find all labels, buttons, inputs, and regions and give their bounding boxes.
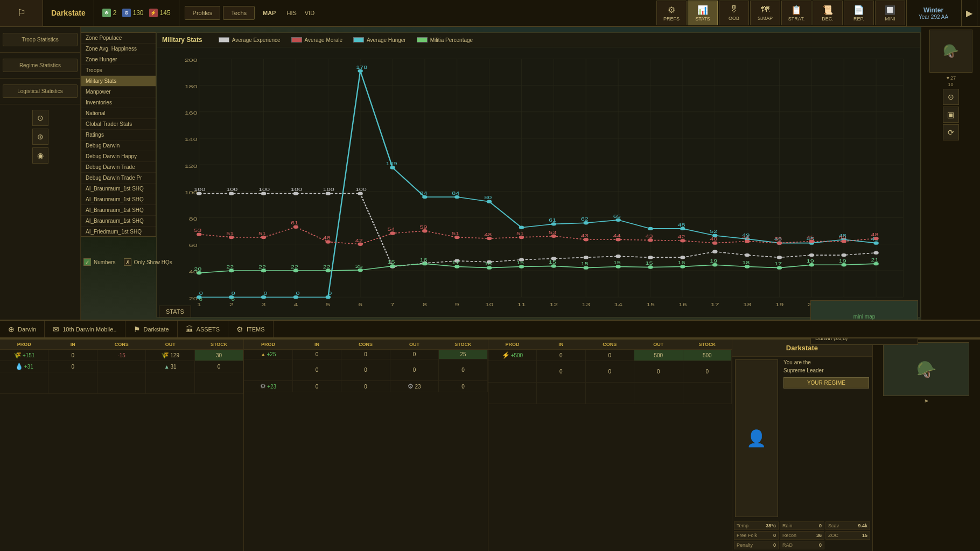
stats-icon: 📊 [697,5,708,15]
svg-text:62: 62 [581,216,589,222]
sidebar-action-1[interactable]: ⊙ [32,110,48,126]
svg-point-131 [777,256,782,259]
menu-global-trader[interactable]: Global Trader Stats [81,119,156,130]
strat-button[interactable]: 📋 STRAT. [781,1,811,25]
svg-point-93 [680,227,685,230]
stat-folk: Free Folk 0 [734,531,779,540]
menu-debug-darwin-happy[interactable]: Debug Darwin Happy [81,151,156,162]
status-assets[interactable]: 🏛 ASSETS [178,321,228,337]
status-items[interactable]: ⚙ ITEMS [228,321,274,337]
svg-point-77 [390,166,395,169]
svg-text:0: 0 [328,291,332,296]
vid-nav[interactable]: VID [305,10,314,16]
svg-text:16: 16 [419,257,427,263]
unit-thumbnail-icon: 🪖 [916,360,936,379]
menu-manpower[interactable]: Manpower [81,87,156,97]
sidebar-action-3[interactable]: ◉ [32,147,48,164]
svg-point-88 [584,221,589,224]
right-btn-2[interactable]: ▣ [943,107,959,123]
regime-statistics-btn[interactable]: Regime Statistics [3,59,78,72]
svg-point-85 [519,226,524,229]
wheat-icon: 🌾 [13,351,22,359]
items-label: ITEMS [247,326,265,333]
status-darwin-mobile[interactable]: ✉ 10th Darwin Mobile.. [45,321,125,337]
his-nav[interactable]: HIS [286,10,296,16]
only-hqs-option[interactable]: ✗ Only Show HQs [124,258,172,266]
right-btn-3[interactable]: ⟳ [943,124,959,140]
troop-statistics-btn[interactable]: Troop Statistics [3,33,78,46]
svg-text:11: 11 [517,302,526,308]
regime-button[interactable]: YOUR REGIME [783,377,869,388]
smap-button[interactable]: 🗺 S.MAP [750,1,780,25]
svg-text:100: 100 [323,187,334,192]
svg-point-171 [777,241,782,244]
dec-button[interactable]: 📜 DEC. [813,1,843,25]
oob-button[interactable]: 🎖 OOB [719,1,749,25]
status-darwin[interactable]: ⊕ Darwin [0,321,45,337]
svg-point-187 [326,269,331,272]
res-col-2-header: PROD IN CONS OUT STOCK [244,340,487,350]
col3-out-header: OUT [634,340,683,349]
menu-debug-darwin[interactable]: Debug Darwin [81,140,156,151]
svg-text:21: 21 [871,257,879,263]
numbers-checkbox[interactable]: ✓ [83,258,91,266]
menu-ai-braunraum-3[interactable]: AI_Braunraum_1st SHQ [81,205,156,216]
menu-debug-darwin-trade-pr[interactable]: Debug Darwin Trade Pr [81,173,156,183]
menu-zone-happiness[interactable]: Zone Avg. Happiness [81,44,156,54]
menu-ratings[interactable]: Ratings [81,130,156,140]
numbers-option[interactable]: ✓ Numbers [83,258,116,266]
svg-point-126 [615,255,620,258]
logo: ⚐ [0,0,43,26]
mini-unit-display: 🪖 [929,30,972,73]
right-btn-1[interactable]: ⊙ [943,89,959,105]
prefs-icon: ⚙ [668,5,675,15]
svg-text:0: 0 [232,291,235,296]
sidebar-action-2[interactable]: ⊕ [32,129,48,145]
svg-text:22: 22 [258,264,266,270]
svg-text:100: 100 [194,187,205,192]
darkstate-label: Darkstate [144,326,169,333]
resource-item-2: ⚙ 130 [122,9,144,17]
svg-text:100: 100 [355,187,367,192]
svg-point-109 [229,192,234,195]
svg-text:18: 18 [742,260,750,265]
tab-techs[interactable]: Techs [223,6,255,20]
res-row-1-1: 🌾 +151 0 -15 🌾 129 30 [0,350,243,361]
menu-ai-braunraum-2[interactable]: AI_Braunraum_1st SHQ [81,194,156,205]
svg-text:54: 54 [388,227,395,232]
svg-point-215 [777,266,782,269]
rep-button[interactable]: 📄 REP. [844,1,874,25]
menu-ai-friedraum[interactable]: AI_Friedraum_1st SHQ [81,227,156,237]
res-cell-prod-gear: ⚙ +23 [244,381,292,392]
resource-col-1: PROD IN CONS OUT STOCK 🌾 +151 0 -15 🌾 12… [0,340,244,551]
svg-point-79 [422,195,427,199]
mini-button[interactable]: 🔲 MINI [875,1,905,25]
only-hqs-checkbox[interactable]: ✗ [124,258,131,266]
status-darkstate[interactable]: ⚑ Darkstate [125,321,178,337]
advance-button[interactable]: ▶ [961,0,977,26]
menu-troops[interactable]: Troops [81,65,156,76]
menu-ai-braunraum-1[interactable]: AI_Braunraum_1st SHQ [81,183,156,194]
tab-profiles[interactable]: Profiles [185,6,221,20]
stats-label: STATS [159,306,191,317]
svg-point-151 [454,236,459,239]
stats-button[interactable]: 📊 STATS [688,1,718,25]
logistical-statistics-btn[interactable]: Logistical Statistics [3,84,78,98]
menu-zone-hunger[interactable]: Zone Hunger [81,54,156,65]
col3-in-header: IN [537,340,585,349]
res-row-2-1: ▲ +25 0 0 0 25 [244,350,487,359]
res-cell-stock-wheat: 30 [195,350,243,361]
strat-icon: 📋 [791,5,802,15]
menu-debug-darwin-trade[interactable]: Debug Darwin Trade [81,162,156,173]
menu-military-stats[interactable]: Military Stats [81,76,156,87]
stat-rain: Rain 0 [780,521,824,530]
menu-ai-braunraum-4[interactable]: AI_Braunraum_1st SHQ [81,216,156,227]
menu-inventories[interactable]: Inventories [81,97,156,108]
svg-point-90 [615,218,620,222]
svg-point-161 [615,238,620,241]
menu-national[interactable]: National [81,108,156,119]
prefs-button[interactable]: ⚙ PREFS [656,1,687,25]
svg-text:52: 52 [710,229,717,235]
svg-text:19: 19 [710,258,717,264]
menu-zone-populace[interactable]: Zone Populace [81,33,156,44]
